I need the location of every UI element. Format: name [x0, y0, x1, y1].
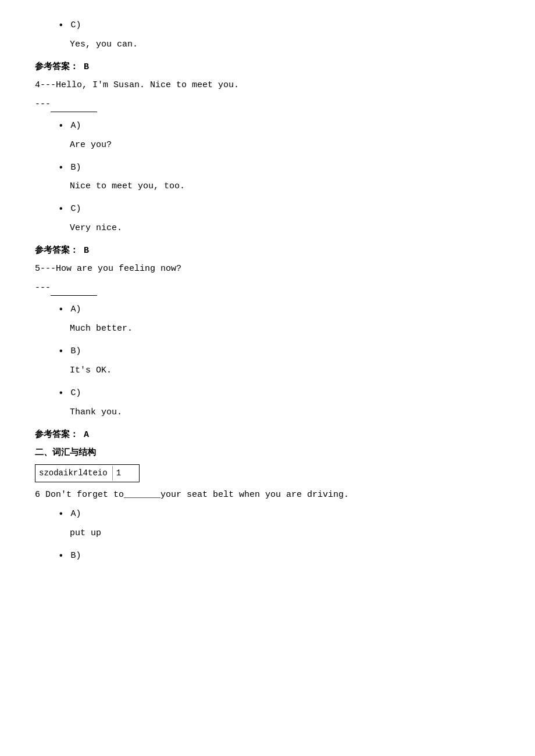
q4-options: • A) Are you? • B) Nice to meet you, too… — [35, 118, 500, 236]
q3-answer: 参考答案： B — [35, 59, 500, 75]
q5-answer: 参考答案： A — [35, 427, 500, 443]
question3-section: • C) Yes, you can. — [35, 17, 500, 52]
input-box-value: 1 — [112, 466, 121, 481]
section2-title: 二、词汇与结构 — [35, 445, 500, 461]
input-box-container[interactable]: szodaikrl4teio 1 — [35, 464, 140, 482]
q5-underline — [51, 295, 97, 296]
q6-question-text: 6 Don't forget to_______your seat belt w… — [35, 487, 500, 503]
q4-optionA-label: A) — [71, 118, 81, 134]
q5-optionB-item: • B) — [58, 343, 500, 360]
q5-optionB-text: It's OK. — [70, 363, 500, 378]
q6-optionA-bullet: • — [58, 506, 64, 523]
q6-optionB-bullet: • — [58, 548, 64, 565]
q3-optionC-bullet: • — [58, 17, 64, 34]
q4-optionB-text: Nice to meet you, too. — [70, 178, 500, 194]
q5-question-text: 5---How are you feeling now? — [35, 261, 500, 277]
q5-optionC-bullet: • — [58, 385, 64, 402]
q6-optionA-item: • A) — [58, 506, 500, 523]
q3-answer-value: B — [84, 62, 89, 72]
q6-optionB-label: B) — [71, 548, 81, 564]
q4-answer: 参考答案： B — [35, 243, 500, 259]
input-box-text: szodaikrl4teio — [39, 466, 108, 481]
q4-blank-prefix: --- — [35, 99, 51, 109]
q5-optionA-label: A) — [71, 302, 81, 317]
q5-optionB-bullet: • — [58, 343, 64, 360]
q4-answer-label: 参考答案： — [35, 246, 79, 256]
q5-optionA-item: • A) — [58, 302, 500, 318]
q4-optionB-bullet: • — [58, 160, 64, 177]
q4-optionC-text: Very nice. — [70, 220, 500, 236]
q5-optionC-text: Thank you. — [70, 404, 500, 420]
q4-optionC-bullet: • — [58, 201, 64, 218]
q5-answer-label: 参考答案： — [35, 430, 79, 440]
q4-optionB-item: • B) — [58, 160, 500, 177]
q6-optionA-label: A) — [71, 506, 81, 522]
q3-optionC-item: • C) — [58, 17, 500, 34]
q4-optionC-item: • C) — [58, 201, 500, 218]
q3-optionC-text: Yes, you can. — [70, 37, 500, 52]
q3-answer-label: 参考答案： — [35, 62, 79, 72]
q4-blank-line: --- — [35, 96, 500, 112]
q5-blank-prefix: --- — [35, 283, 51, 293]
question4-section: 4---Hello, I'm Susan. Nice to meet you. … — [35, 77, 500, 112]
q4-optionC-label: C) — [71, 201, 81, 217]
q5-optionA-bullet: • — [58, 302, 64, 318]
q5-blank-line: --- — [35, 280, 500, 296]
q4-answer-value: B — [84, 246, 89, 256]
q4-optionB-label: B) — [71, 160, 81, 175]
q3-optionC-label: C) — [71, 17, 81, 33]
q6-optionB-item: • B) — [58, 548, 500, 565]
q5-answer-value: A — [84, 430, 89, 440]
q6-options: • A) put up • B) — [35, 506, 500, 565]
question5-section: 5---How are you feeling now? --- — [35, 261, 500, 296]
q6-optionA-text: put up — [70, 525, 500, 541]
q5-optionA-text: Much better. — [70, 321, 500, 336]
q4-underline — [51, 112, 97, 112]
q4-optionA-text: Are you? — [70, 137, 500, 153]
q4-question-text: 4---Hello, I'm Susan. Nice to meet you. — [35, 77, 500, 93]
q4-optionA-item: • A) — [58, 118, 500, 135]
q5-optionB-label: B) — [71, 343, 81, 359]
q4-optionA-bullet: • — [58, 118, 64, 135]
q5-optionC-item: • C) — [58, 385, 500, 402]
q5-optionC-label: C) — [71, 385, 81, 401]
q5-options: • A) Much better. • B) It's OK. • C) Tha… — [35, 302, 500, 420]
